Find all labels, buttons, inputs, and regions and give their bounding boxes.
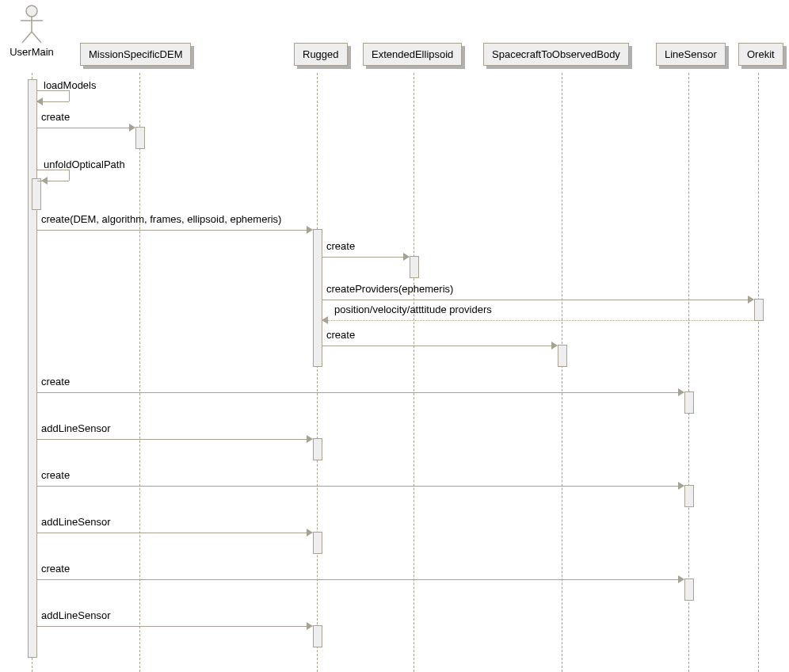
activation-line-sensor-2 [684,485,694,507]
activation-line-sensor-3 [684,578,694,601]
msg-create-dem: create [37,122,135,133]
activation-rugged-2 [313,438,322,460]
svg-line-3 [22,32,32,43]
activation-orekit [754,299,764,321]
msg-addlinesensor-2-label: addLineSensor [41,516,110,528]
activation-line-sensor-1 [684,391,694,414]
msg-addlinesensor-3: addLineSensor [37,620,312,632]
activation-rugged-1 [313,229,322,367]
activation-rugged-4 [313,625,322,647]
msg-create-rugged: create(DEM, algorithm, frames, ellipsoid… [37,224,312,235]
msg-create-linesensor-3: create [37,574,684,585]
actor-usermain-icon [16,5,48,48]
msg-create-linesensor-2: create [37,480,684,491]
activation-usermain-nested [32,178,41,210]
msg-create-providers-label: createProviders(ephemeris) [326,283,453,295]
activation-mission-specific-dem [135,127,145,149]
activation-usermain [28,79,37,658]
msg-loadmodels-label: loadModels [44,79,97,91]
msg-create-ellipsoid: create [322,251,409,262]
msg-create-dem-label: create [41,111,70,123]
msg-addlinesensor-2: addLineSensor [37,527,312,538]
participant-extended-ellipsoid: ExtendedEllipsoid [363,43,462,66]
participant-line-sensor: LineSensor [656,43,726,66]
msg-addlinesensor-1-label: addLineSensor [41,422,110,434]
msg-unfoldopticalpath-label: unfoldOpticalPath [44,158,125,170]
msg-create-linesensor-2-label: create [41,469,70,481]
msg-create-sc2ob: create [322,340,557,351]
activation-spacecraft-to-observed-body [558,345,567,367]
svg-line-4 [32,32,41,43]
activation-extended-ellipsoid [410,256,419,278]
msg-addlinesensor-3-label: addLineSensor [41,609,110,621]
msg-providers-return-label: position/velocity/atttitude providers [334,304,492,315]
participant-mission-specific-dem: MissionSpecificDEM [80,43,191,66]
activation-rugged-3 [313,532,322,554]
lifeline-orekit [758,73,759,672]
msg-create-linesensor-1: create [37,387,684,398]
msg-create-linesensor-1-label: create [41,376,70,388]
sequence-diagram: UserMain MissionSpecificDEM Rugged Exten… [0,0,789,672]
msg-create-ellipsoid-label: create [326,240,355,252]
actor-usermain-label: UserMain [8,46,55,58]
participant-orekit: Orekit [738,43,783,66]
msg-create-sc2ob-label: create [326,329,355,341]
participant-rugged: Rugged [294,43,348,66]
svg-point-0 [26,6,37,17]
msg-create-rugged-label: create(DEM, algorithm, frames, ellipsoid… [41,213,281,225]
msg-providers-return: position/velocity/atttitude providers [322,315,753,326]
msg-addlinesensor-1: addLineSensor [37,433,312,445]
participant-spacecraft-to-observed-body: SpacecraftToObservedBody [483,43,629,66]
msg-create-linesensor-3-label: create [41,563,70,575]
